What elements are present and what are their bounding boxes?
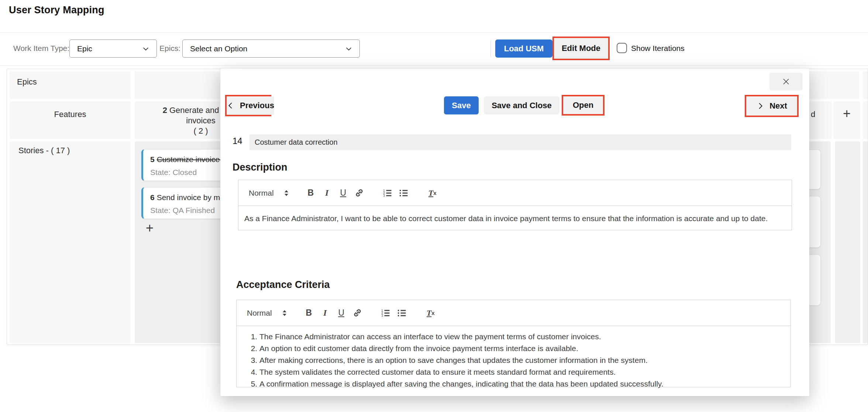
bullet-list-icon [399, 188, 409, 198]
description-text[interactable]: As a Finance Administrator, I want to be… [238, 206, 792, 224]
acceptance-criteria-item: The Finance Administrator can access an … [259, 331, 785, 342]
page-title: User Story Mapping [9, 4, 104, 16]
chevron-right-icon [756, 102, 764, 110]
bold-button[interactable]: B [303, 186, 319, 200]
previous-highlight: Previous [225, 95, 271, 116]
work-item-type-label: Work Item Type: [13, 44, 69, 53]
work-item-dialog: Previous Save Save and Close Open Next 1… [220, 69, 809, 396]
acceptance-criteria-item: An option to edit customer data directly… [259, 343, 785, 354]
open-highlight: Open [562, 95, 604, 116]
next-highlight: Next [745, 95, 799, 117]
epics-label: Epics: [159, 44, 180, 53]
chevron-down-icon [345, 45, 353, 53]
link-icon [352, 308, 362, 318]
epics-row-header: Epics [10, 71, 131, 99]
description-heading: Description [232, 162, 287, 173]
acceptance-criteria-heading: Acceptance Criteria [236, 279, 330, 291]
work-item-type-value: Epic [77, 44, 92, 53]
edit-mode-button[interactable]: Edit Mode [554, 38, 608, 59]
link-button[interactable] [351, 186, 368, 200]
divider [0, 65, 868, 66]
ordered-list-button[interactable]: 123 [378, 306, 394, 320]
ordered-list-icon: 123 [380, 308, 391, 318]
chevron-left-icon [227, 102, 235, 110]
story-id: 5 [150, 155, 155, 164]
ordered-list-button[interactable]: 123 [379, 186, 396, 200]
work-item-id: 14 [232, 136, 242, 146]
edit-mode-highlight: Edit Mode [552, 37, 610, 60]
add-feature-icon[interactable]: + [843, 108, 851, 138]
close-button[interactable] [769, 73, 803, 90]
open-button[interactable]: Open [563, 96, 603, 114]
updown-arrows-icon [283, 189, 289, 197]
save-and-close-button[interactable]: Save and Close [484, 96, 559, 114]
chevron-down-icon [142, 45, 150, 53]
feature-cell[interactable] [863, 102, 868, 138]
acceptance-criteria-item: The system validates the corrected custo… [259, 367, 785, 378]
features-row-label: Features [54, 110, 86, 119]
stories-column-partial [863, 141, 868, 343]
clear-formatting-button[interactable]: Tx [424, 186, 441, 200]
divider [0, 32, 868, 33]
underline-button[interactable]: U [335, 186, 351, 200]
epic-cell[interactable] [863, 71, 868, 99]
feature-id: 2 [163, 106, 167, 115]
clear-formatting-button[interactable]: Tx [423, 306, 439, 320]
features-row-header: Features [10, 102, 131, 138]
ordered-list-icon: 123 [382, 188, 393, 198]
bold-button[interactable]: B [301, 306, 317, 320]
stories-column-partial [835, 141, 860, 343]
italic-button[interactable]: I [319, 186, 335, 200]
underline-button[interactable]: U [333, 306, 349, 320]
epics-select-value: Select an Option [190, 44, 247, 53]
feature-title-fragment: d [811, 110, 815, 119]
acceptance-criteria-item: A confirmation message is displayed afte… [259, 378, 785, 389]
stories-row-header: Stories - ( 17 ) [10, 141, 131, 343]
text-style-select[interactable]: Normal [249, 189, 289, 198]
acceptance-criteria-item: After making corrections, there is an op… [259, 355, 785, 366]
svg-text:3: 3 [381, 314, 383, 317]
stories-row-label: Stories - ( 17 ) [18, 146, 70, 155]
add-feature-cell[interactable]: + [833, 102, 860, 138]
updown-arrows-icon [282, 309, 287, 317]
save-button[interactable]: Save [444, 96, 479, 114]
text-style-value: Normal [247, 309, 272, 317]
epics-select[interactable]: Select an Option [182, 40, 360, 58]
work-item-title-input[interactable]: Costumer data correction [249, 134, 791, 150]
next-label: Next [769, 101, 787, 111]
show-iterations-label: Show Iterations [631, 44, 685, 53]
add-story-icon[interactable]: + [146, 223, 154, 234]
text-style-select[interactable]: Normal [247, 309, 287, 317]
work-item-type-select[interactable]: Epic [69, 40, 157, 58]
acceptance-criteria-text[interactable]: The Finance Administrator can access an … [237, 326, 790, 389]
svg-text:3: 3 [383, 194, 385, 197]
text-style-value: Normal [249, 189, 274, 198]
story-id: 6 [150, 193, 155, 202]
description-editor-toolbar: Normal B I U 123 Tx [238, 180, 792, 206]
link-button[interactable] [349, 306, 366, 320]
bullet-list-icon [397, 308, 407, 318]
epics-row-label: Epics [17, 77, 37, 86]
show-iterations-checkbox[interactable] [617, 43, 627, 53]
work-item-title-value: Costumer data correction [255, 138, 338, 147]
toolbar-divider [490, 40, 491, 57]
story-title: Send invoice by mail [157, 193, 228, 202]
previous-button[interactable]: Previous [227, 96, 274, 115]
description-editor: Normal B I U 123 Tx As a Financ [238, 180, 792, 230]
link-icon [354, 188, 364, 198]
previous-label: Previous [240, 101, 274, 110]
next-button[interactable]: Next [746, 96, 797, 116]
load-usm-button[interactable]: Load USM [495, 40, 552, 58]
bullet-list-button[interactable] [394, 306, 410, 320]
italic-button[interactable]: I [317, 306, 333, 320]
acceptance-criteria-editor: Normal B I U 123 Tx The [236, 300, 791, 387]
acceptance-criteria-list: The Finance Administrator can access an … [242, 331, 785, 389]
bullet-list-button[interactable] [396, 186, 412, 200]
acceptance-editor-toolbar: Normal B I U 123 Tx [237, 300, 790, 326]
close-icon [782, 77, 790, 86]
